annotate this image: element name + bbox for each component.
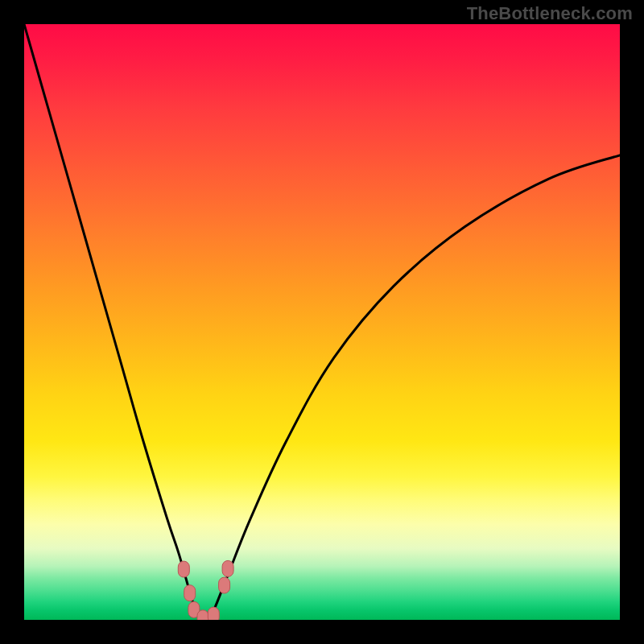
curve-marker bbox=[197, 610, 208, 620]
curve-marker bbox=[208, 607, 219, 620]
plot-area bbox=[24, 24, 620, 620]
bottleneck-curve bbox=[24, 24, 620, 620]
curve-marker bbox=[219, 577, 230, 593]
curve-marker bbox=[222, 560, 233, 576]
curve-marker bbox=[178, 561, 189, 577]
curve-layer bbox=[24, 24, 620, 620]
curve-marker bbox=[184, 585, 196, 601]
chart-frame: TheBottleneck.com bbox=[0, 0, 644, 644]
watermark-text: TheBottleneck.com bbox=[467, 3, 633, 24]
